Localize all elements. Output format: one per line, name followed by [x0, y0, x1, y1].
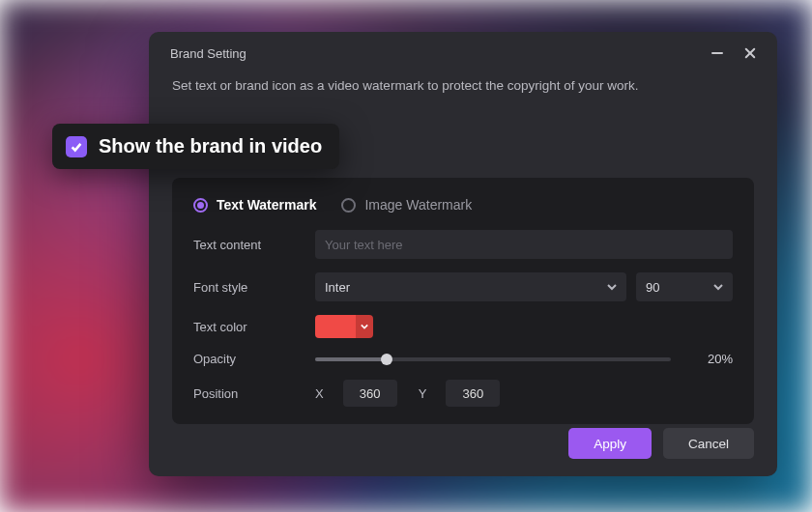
- font-style-label: Font style: [193, 280, 315, 295]
- minimize-button[interactable]: [711, 52, 723, 54]
- brand-setting-dialog: Brand Setting Set text or brand icon as …: [149, 32, 777, 476]
- dialog-description: Set text or brand icon as a video waterm…: [149, 69, 777, 93]
- font-family-value: Inter: [325, 280, 350, 295]
- check-icon: [70, 140, 83, 154]
- dialog-title: Brand Setting: [170, 46, 246, 61]
- slider-thumb[interactable]: [381, 354, 392, 365]
- tab-image-watermark-label: Image Watermark: [364, 197, 472, 213]
- font-size-select[interactable]: 90: [636, 272, 733, 301]
- color-picker[interactable]: [315, 315, 373, 338]
- color-swatch: [315, 315, 356, 338]
- watermark-panel: Text Watermark Image Watermark Text cont…: [172, 178, 754, 424]
- show-brand-callout: Show the brand in video: [52, 124, 339, 169]
- radio-dot-icon: [193, 198, 208, 213]
- slider-fill: [315, 357, 387, 361]
- text-content-label: Text content: [193, 238, 315, 252]
- close-button[interactable]: [742, 45, 758, 61]
- position-y-input[interactable]: [446, 380, 500, 407]
- position-x-input[interactable]: [343, 380, 397, 407]
- cancel-button[interactable]: Cancel: [663, 428, 754, 459]
- chevron-down-icon: [607, 280, 617, 295]
- tab-image-watermark[interactable]: Image Watermark: [341, 197, 472, 213]
- position-y-label: Y: [419, 386, 427, 401]
- position-x-label: X: [315, 386, 324, 401]
- opacity-label: Opacity: [193, 352, 315, 366]
- color-dropdown-button[interactable]: [356, 315, 373, 338]
- opacity-slider[interactable]: [315, 357, 671, 361]
- show-brand-label: Show the brand in video: [99, 135, 322, 157]
- font-size-value: 90: [646, 280, 659, 295]
- position-label: Position: [193, 386, 315, 401]
- chevron-down-icon: [713, 280, 723, 295]
- font-family-select[interactable]: Inter: [315, 272, 626, 301]
- text-color-label: Text color: [193, 320, 315, 334]
- apply-button[interactable]: Apply: [568, 428, 652, 459]
- titlebar: Brand Setting: [149, 32, 777, 69]
- tab-text-watermark-label: Text Watermark: [217, 197, 316, 213]
- show-brand-checkbox[interactable]: [66, 136, 87, 157]
- text-content-input[interactable]: [315, 230, 733, 259]
- radio-dot-icon: [341, 198, 356, 213]
- tab-text-watermark[interactable]: Text Watermark: [193, 197, 316, 213]
- opacity-value: 20%: [686, 352, 733, 366]
